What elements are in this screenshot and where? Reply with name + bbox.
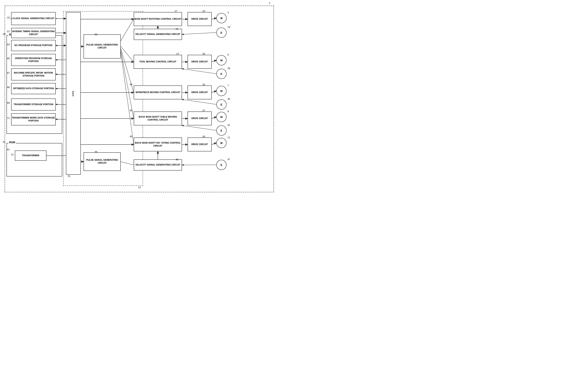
encoder-5-circle: E [216, 160, 227, 170]
tool-moving-block: TOOL MOVING CONTROL CIRCUIT [134, 55, 182, 69]
encoder-1-num: 19 [228, 26, 230, 28]
nc-program-block: NC PROGRAM STORAGE PORTION [11, 40, 56, 51]
encoder-4-num: 41 [228, 124, 230, 126]
diagram-container: 1 13 RAM 59 ROM 61 CLOCK SIGNAL GENERATI… [0, 0, 282, 196]
encoder-2-num: 29 [228, 67, 230, 70]
transformer-storage-block: TRANSFORMER STORAGE PORTION [11, 98, 56, 111]
main-shaft-rotating-num: 17 [175, 10, 177, 13]
encoder-3-num: 35 [228, 98, 230, 100]
velocity-signal-bottom-block: VELOCITY SIGNAL GENERATING CIRCUIT [134, 159, 182, 170]
main-shaft-rotating-block: MAIN SHAFT ROTATING CONTROL CIRCUIT [134, 12, 182, 26]
transformer-block: TRANSFORMER [15, 150, 46, 161]
drive-circuit-3-block: DRIVE CIRCUIT [188, 85, 212, 99]
encoder-5-num: 47 [228, 158, 230, 161]
clock-signal-num: 23 [7, 16, 10, 19]
encoder-3-circle: E [216, 99, 227, 110]
pulse-signal-bottom-block: PULSE SIGNAL GENERATING CIRCUIT [84, 152, 121, 171]
rom-num-outer: 61 [7, 148, 10, 151]
cpu-label: CPU [72, 91, 75, 96]
inner-label: 13 [138, 186, 141, 189]
motor-4-circle: M [216, 112, 227, 122]
encoder-4-circle: E [216, 125, 227, 136]
motor-5-num: 11 [228, 136, 230, 139]
dividing-timing-block: DIVIDING TIMING SIGNAL GENERATING CIRCUI… [11, 28, 56, 38]
transformer-storage-label: TRANSFORMER STORAGE PORTION [13, 103, 53, 106]
velocity-signal-top-num: 21 [176, 27, 178, 30]
velocity-signal-top-block: VELOCITY SIGNAL GENERATING CIRCUIT [134, 29, 182, 40]
motor-1-circle: M [216, 13, 227, 23]
pulse-signal-top-block: PULSE SIGNAL GENERATING CIRCUIT [84, 34, 121, 59]
back-main-shaft-table-num: 39 [130, 109, 132, 112]
velocity-signal-bottom-num: 49 [176, 158, 178, 161]
optimized-data-block: OPTIMIZED DATA STORAGE PORTION [11, 83, 56, 94]
motor-2-circle: M [216, 55, 227, 65]
drive-circuit-5-block: DRIVE CIRCUIT [188, 137, 212, 151]
clock-signal-block: CLOCK SIGNAL GENERATING CIRCUIT [11, 12, 56, 25]
drive-circuit-1-num: 15 [202, 10, 205, 13]
workpiece-moving-label: WORKPIECE MOVING CONTROL CIRCUIT [136, 91, 180, 94]
machine-specific-label: MACHINE-SPECIFIC INFOR- MATION STORAGE P… [12, 72, 55, 77]
optimized-data-num: 68 [7, 86, 10, 89]
pulse-signal-bottom-num: 55 [95, 150, 97, 153]
drive-circuit-4-block: DRIVE CIRCUIT [188, 111, 212, 125]
back-main-shaft-table-block: BACK MAIN SHAFT TABLE MOVING CONTROL CIR… [134, 111, 182, 125]
motor-3-num: 7 [228, 84, 229, 87]
nc-program-label: NC PROGRAM STORAGE PORTION [14, 44, 52, 47]
drive-circuit-2-num: 25 [202, 52, 205, 55]
back-main-shaft-table-label: BACK MAIN SHAFT TABLE MOVING CONTROL CIR… [134, 116, 182, 121]
workpiece-moving-block: WORKPIECE MOVING CONTROL CIRCUIT [134, 85, 182, 99]
motor-3-circle: M [216, 86, 227, 96]
main-shaft-rotating-label: MAIN SHAFT ROTATING CONTROL CIRCUIT [134, 18, 181, 21]
drive-circuit-3-label: DRIVE CIRCUIT [192, 91, 208, 94]
ram-num: 59 [3, 33, 5, 36]
clock-signal-label: CLOCK SIGNAL GENERATING CIRCUIT [13, 17, 54, 20]
transformer-work-label: TRANSFORMER WORK DATA STORAGE PORTION [12, 117, 55, 122]
back-main-shaft-rotating-label: BACK MAIN SHAFT RO- TATING CONTROL CIRCU… [134, 142, 182, 147]
machine-specific-block: MACHINE-SPECIFIC INFOR- MATION STORAGE P… [11, 68, 56, 80]
pulse-signal-bottom-label: PULSE SIGNAL GENERATING CIRCUIT [84, 159, 120, 164]
cpu-num: 51 [68, 175, 70, 177]
transformer-storage-num: 69 [7, 102, 10, 104]
transformer-work-block: TRANSFORMER WORK DATA STORAGE PORTION [11, 113, 56, 125]
drive-circuit-2-block: DRIVE CIRCUIT [188, 55, 212, 69]
transformer-label: TRANSFORMER [22, 154, 39, 157]
motor-2-num: 5 [228, 53, 229, 56]
drive-circuit-2-label: DRIVE CIRCUIT [192, 60, 208, 63]
motor-1-num: 3 [228, 11, 229, 14]
tool-moving-num: 27 [176, 52, 179, 55]
motor-4-num: 9 [228, 110, 229, 113]
drive-circuit-5-num: 43 [202, 135, 205, 138]
drive-circuit-1-label: DRIVE CIRCUIT [192, 18, 208, 21]
back-main-shaft-rotating-block: BACK MAIN SHAFT RO- TATING CONTROL CIRCU… [134, 137, 182, 151]
encoder-2-circle: E [216, 69, 227, 79]
pulse-signal-top-label: PULSE SIGNAL GENERATING CIRCUIT [84, 43, 120, 49]
velocity-signal-bottom-label: VELOCITY SIGNAL GENERATING CIRCUIT [135, 163, 180, 167]
dividing-timing-label: DIVIDING TIMING SIGNAL GENERATING CIRCUI… [12, 30, 55, 36]
pulse-signal-top-num: 53 [95, 33, 97, 36]
system-label: 1 [269, 1, 270, 4]
drive-circuit-3-num: 31 [202, 83, 205, 86]
back-main-shaft-rotating-num: 45 [130, 135, 132, 138]
operation-program-block: OPERATION PROGRAM STORAGE PORTION [11, 54, 56, 66]
drive-circuit-5-label: DRIVE CIRCUIT [192, 143, 208, 146]
velocity-signal-top-label: VELOCITY SIGNAL GENERATING CIRCUIT [135, 33, 180, 36]
workpiece-moving-num: 33 [130, 83, 132, 86]
operation-program-label: OPERATION PROGRAM STORAGE PORTION [12, 57, 55, 63]
drive-circuit-4-num: 37 [202, 109, 205, 112]
rom-label: ROM [8, 141, 16, 144]
rom-num: 61 [3, 141, 5, 143]
transformer-inner-num: 73 [11, 153, 13, 156]
encoder-1-circle: E [216, 27, 227, 38]
motor-5-circle: M [216, 138, 227, 148]
nc-program-num: 63 [7, 43, 10, 46]
tool-moving-label: TOOL MOVING CONTROL CIRCUIT [139, 60, 176, 63]
drive-circuit-1-block: DRIVE CIRCUIT [188, 12, 212, 26]
transformer-work-num: 71 [7, 117, 10, 119]
machine-specific-num: 67 [7, 72, 10, 74]
cpu-block: CPU [66, 12, 81, 175]
optimized-data-label: OPTIMIZED DATA STORAGE PORTION [13, 87, 54, 90]
operation-program-num: 65 [7, 57, 10, 60]
drive-circuit-4-label: DRIVE CIRCUIT [192, 117, 208, 120]
dividing-timing-num: 57 [7, 30, 10, 33]
